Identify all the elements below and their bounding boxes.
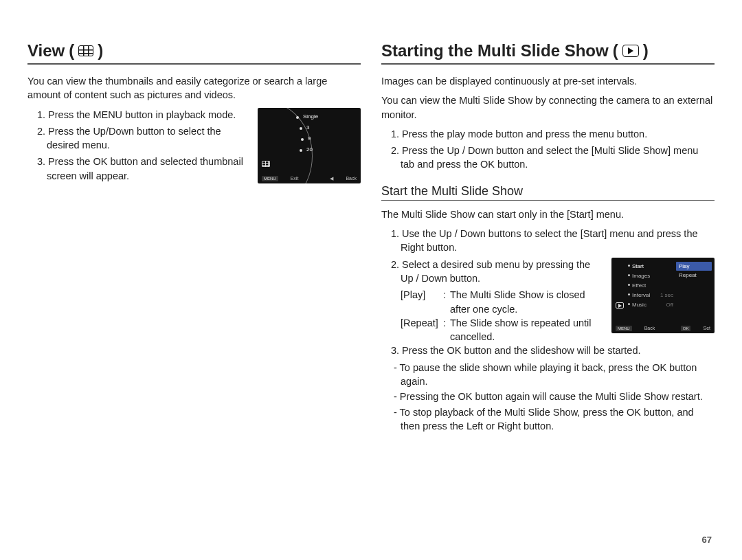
def-play-key: [Play] [401,288,443,316]
grid-thumbnail-icon [78,45,93,56]
start-intro: The Multi Slide Show can start only in t… [381,208,715,221]
slideshow-play-icon [622,45,639,57]
view-step-2: 2. Press the Up/Down button to select th… [37,124,251,153]
paren-open: ( [69,41,74,60]
step3-sub-1: - To pause the slide shown while playing… [381,361,715,389]
start-subheading: Start the Multi Slide Show [381,184,715,201]
screen-val-interval: 1 sec [660,291,673,300]
def-play-val: The Multi Slide Show is closed after one… [450,288,605,316]
view-step-1: 1. Press the MENU button in playback mod… [37,108,251,122]
step3-sub-2: - Pressing the OK button again will caus… [381,390,715,403]
paren-close: ) [643,41,649,60]
screen-back-label: Back [346,176,357,181]
view-screen-mockup: Single 3 9 20 MENU Exit ◀ Back [258,108,361,183]
def-repeat-val: The Slide show is repeated until cancell… [450,316,605,344]
screen-left-music: Music [632,300,650,310]
screen-row-single: Single [303,113,318,120]
screen2-ok-tag: OK [681,326,691,331]
paren-close: ) [98,41,103,60]
paren-open: ( [613,41,618,60]
screen2-menu-tag: MENU [616,326,632,331]
screen-opt-play: Play [676,262,712,271]
start-step-2: 2. Select a desired sub menu by pressing… [391,258,605,286]
screen2-set-label: Set [703,326,710,331]
screen-exit-label: Exit [291,176,299,181]
slideshow-top-steps: 1. Press the play mode button and press … [381,127,715,172]
start-step-1: 1. Use the Up / Down buttons to select t… [391,227,715,255]
view-intro: You can view the thumbnails and easily c… [27,74,361,102]
screen-val-music: Off [660,300,673,310]
screen-left-effect: Effect [632,281,650,291]
slideshow-heading-text: Starting the Multi Slide Show [381,41,609,60]
def-repeat-key: [Repeat] [401,316,443,344]
screen-row-20: 20 [306,146,313,153]
screen2-back-label: Back [644,326,655,331]
page-number: 67 [702,535,712,545]
slideshow-top-step-1: 1. Press the play mode button and press … [391,127,715,141]
slideshow-intro-2: You can view the Multi Slide Show by con… [381,93,715,122]
slideshow-intro-1: Images can be displayed continuously at … [381,74,715,88]
screen-left-images: Images [632,271,650,281]
view-step-3: 3. Press the OK button and selected thum… [37,155,251,183]
right-column: Starting the Multi Slide Show ( ) Images… [381,41,715,539]
screen-play-icon [616,302,624,309]
step3-sub-3: - To stop playback of the Multi Slide Sh… [381,405,715,434]
screen-row-9: 9 [308,135,311,142]
slideshow-screen-mockup: Start Images Effect Interval Music 1 sec… [611,258,715,333]
view-steps: 1. Press the MENU button in playback mod… [27,108,251,183]
left-column: View ( ) You can view the thumbnails and… [27,41,361,539]
view-heading-text: View [27,41,65,60]
slideshow-top-step-2: 2. Press the Up / Down button and select… [391,144,715,172]
screen-row-3: 3 [306,124,309,131]
slideshow-heading: Starting the Multi Slide Show ( ) [381,41,715,65]
screen-menu-tag: MENU [262,176,278,181]
screen-left-start: Start [632,262,650,271]
start-step-3: 3. Press the OK button and the slideshow… [391,344,715,357]
screen-grid-icon [262,161,270,167]
screen-opt-repeat: Repeat [676,271,712,280]
view-heading: View ( ) [27,41,361,65]
screen-left-interval: Interval [632,291,650,300]
